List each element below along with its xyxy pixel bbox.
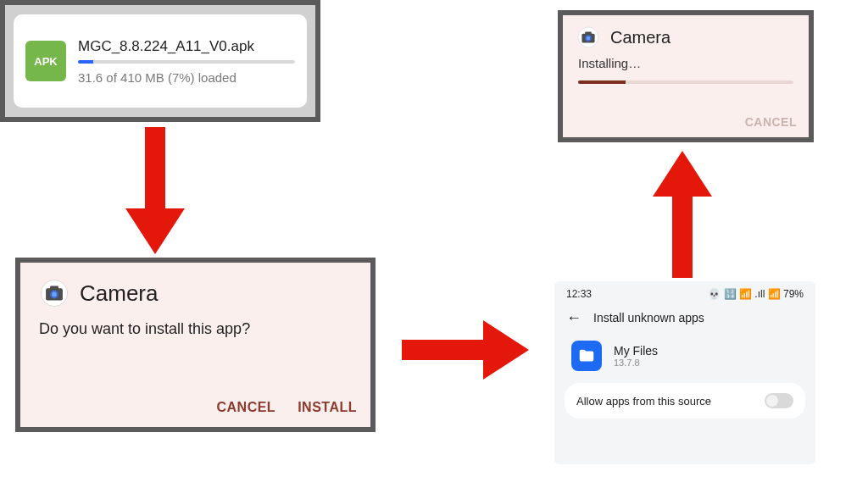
prompt-app-name: Camera (80, 280, 158, 307)
allow-label: Allow apps from this source (576, 395, 711, 408)
settings-title: Install unknown apps (593, 311, 704, 324)
back-icon[interactable]: ← (566, 310, 581, 325)
files-icon (571, 341, 602, 371)
prompt-header: Camera (20, 263, 370, 317)
installing-header: Camera (563, 15, 809, 54)
prompt-message: Do you want to install this app? (20, 317, 370, 338)
allow-row: Allow apps from this source (565, 383, 805, 419)
allow-toggle[interactable] (765, 393, 793, 408)
svg-rect-13 (585, 32, 592, 35)
arrow-down-1 (125, 127, 185, 254)
arrow-right (402, 320, 529, 380)
download-status: 31.6 of 410 MB (7%) loaded (78, 70, 295, 85)
apk-icon-label: APK (34, 55, 57, 68)
svg-rect-7 (402, 340, 487, 360)
download-progress-bar (78, 60, 295, 64)
svg-point-15 (587, 36, 590, 40)
download-filename: MGC_8.8.224_A11_V0.apk (78, 38, 295, 55)
installing-panel: Camera Installing… CANCEL (558, 10, 814, 142)
svg-rect-0 (145, 127, 165, 212)
installing-progress-bar (578, 80, 793, 84)
download-progress-fill (78, 60, 93, 64)
svg-rect-10 (672, 193, 693, 278)
svg-point-6 (52, 292, 57, 297)
download-panel: APK MGC_8.8.224_A11_V0.apk 31.6 of 410 M… (0, 0, 320, 122)
svg-marker-8 (483, 320, 529, 380)
app-version: 13.7.8 (614, 358, 658, 368)
download-card: APK MGC_8.8.224_A11_V0.apk 31.6 of 410 M… (14, 14, 307, 108)
installing-progress-fill (578, 80, 626, 84)
settings-panel: 12:33 💀 🔢 📶 .ıll 📶 79% ← Install unknown… (554, 281, 815, 464)
camera-icon (39, 278, 70, 308)
statusbar-right: 💀 🔢 📶 .ıll 📶 79% (708, 288, 804, 300)
download-info: MGC_8.8.224_A11_V0.apk 31.6 of 410 MB (7… (78, 38, 295, 85)
arrow-up (653, 151, 712, 278)
installing-cancel-button[interactable]: CANCEL (745, 115, 797, 129)
cancel-button[interactable]: CANCEL (216, 400, 275, 415)
svg-marker-1 (125, 208, 185, 254)
install-prompt-panel: Camera Do you want to install this app? … (15, 258, 376, 432)
prompt-actions: CANCEL INSTALL (216, 400, 357, 415)
installing-app-name: Camera (610, 28, 670, 47)
apk-icon: APK (25, 41, 66, 81)
install-button[interactable]: INSTALL (298, 400, 357, 415)
camera-icon (576, 25, 600, 49)
svg-marker-9 (653, 151, 712, 197)
statusbar-time: 12:33 (566, 288, 592, 300)
statusbar: 12:33 💀 🔢 📶 .ıll 📶 79% (554, 281, 815, 303)
app-info: My Files 13.7.8 (614, 344, 658, 368)
app-name: My Files (614, 344, 658, 358)
installing-message: Installing… (563, 54, 809, 72)
svg-rect-4 (50, 286, 58, 290)
settings-header: ← Install unknown apps (554, 303, 815, 336)
app-row: My Files 13.7.8 (554, 336, 815, 383)
